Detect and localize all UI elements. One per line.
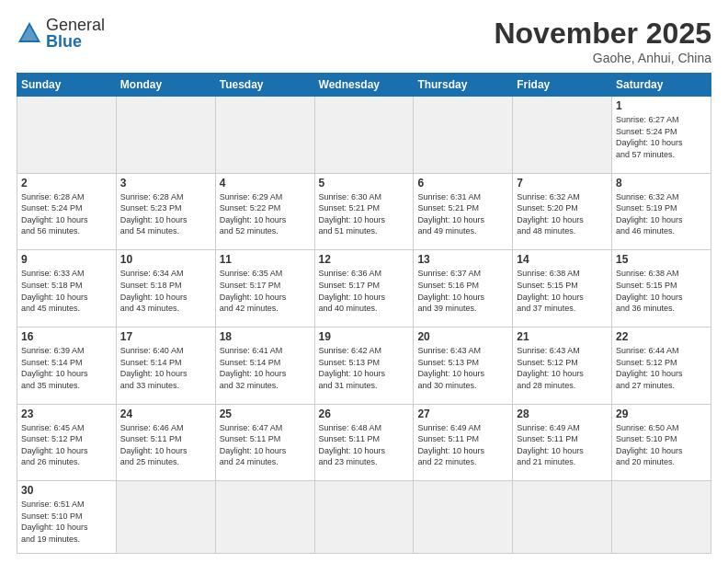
empty-cell xyxy=(116,481,215,554)
day-8: 8 Sunrise: 6:32 AMSunset: 5:19 PMDayligh… xyxy=(612,173,711,250)
day-27: 27 Sunrise: 6:49 AMSunset: 5:11 PMDaylig… xyxy=(414,404,513,481)
day-19: 19 Sunrise: 6:42 AMSunset: 5:13 PMDaylig… xyxy=(314,327,414,404)
location: Gaohe, Anhui, China xyxy=(494,51,711,65)
empty-cell xyxy=(116,97,215,174)
empty-cell xyxy=(612,481,711,554)
empty-cell xyxy=(513,97,612,174)
month-title: November 2025 xyxy=(494,17,711,51)
day-6: 6 Sunrise: 6:31 AMSunset: 5:21 PMDayligh… xyxy=(414,173,513,250)
logo: General Blue xyxy=(17,17,105,50)
empty-cell xyxy=(414,97,513,174)
day-25: 25 Sunrise: 6:47 AMSunset: 5:11 PMDaylig… xyxy=(215,404,314,481)
col-sunday: Sunday xyxy=(17,74,117,97)
logo-general: General xyxy=(46,17,105,33)
logo-blue: Blue xyxy=(46,33,105,50)
col-wednesday: Wednesday xyxy=(314,74,414,97)
day-3: 3 Sunrise: 6:28 AMSunset: 5:23 PMDayligh… xyxy=(116,173,215,250)
day-9: 9 Sunrise: 6:33 AMSunset: 5:18 PMDayligh… xyxy=(17,250,117,327)
day-20: 20 Sunrise: 6:43 AMSunset: 5:13 PMDaylig… xyxy=(414,327,513,404)
day-29: 29 Sunrise: 6:50 AMSunset: 5:10 PMDaylig… xyxy=(612,404,711,481)
day-23: 23 Sunrise: 6:45 AMSunset: 5:12 PMDaylig… xyxy=(17,404,117,481)
col-thursday: Thursday xyxy=(414,74,513,97)
day-24: 24 Sunrise: 6:46 AMSunset: 5:11 PMDaylig… xyxy=(116,404,215,481)
title-block: November 2025 Gaohe, Anhui, China xyxy=(494,17,711,65)
day-13: 13 Sunrise: 6:37 AMSunset: 5:16 PMDaylig… xyxy=(414,250,513,327)
day-5: 5 Sunrise: 6:30 AMSunset: 5:21 PMDayligh… xyxy=(314,173,414,250)
empty-cell xyxy=(215,97,314,174)
day-7: 7 Sunrise: 6:32 AMSunset: 5:20 PMDayligh… xyxy=(513,173,612,250)
day-30: 30 Sunrise: 6:51 AMSunset: 5:10 PMDaylig… xyxy=(17,481,117,554)
empty-cell xyxy=(314,481,414,554)
calendar-table: Sunday Monday Tuesday Wednesday Thursday… xyxy=(17,73,711,554)
header: General Blue November 2025 Gaohe, Anhui,… xyxy=(17,17,711,65)
day-10: 10 Sunrise: 6:34 AMSunset: 5:18 PMDaylig… xyxy=(116,250,215,327)
day-28: 28 Sunrise: 6:49 AMSunset: 5:11 PMDaylig… xyxy=(513,404,612,481)
col-tuesday: Tuesday xyxy=(215,74,314,97)
day-15: 15 Sunrise: 6:38 AMSunset: 5:15 PMDaylig… xyxy=(612,250,711,327)
day-14: 14 Sunrise: 6:38 AMSunset: 5:15 PMDaylig… xyxy=(513,250,612,327)
page: General Blue November 2025 Gaohe, Anhui,… xyxy=(0,0,728,563)
day-2: 2 Sunrise: 6:28 AMSunset: 5:24 PMDayligh… xyxy=(17,173,117,250)
day-12: 12 Sunrise: 6:36 AMSunset: 5:17 PMDaylig… xyxy=(314,250,414,327)
empty-cell xyxy=(513,481,612,554)
day-21: 21 Sunrise: 6:43 AMSunset: 5:12 PMDaylig… xyxy=(513,327,612,404)
col-monday: Monday xyxy=(116,74,215,97)
day-17: 17 Sunrise: 6:40 AMSunset: 5:14 PMDaylig… xyxy=(116,327,215,404)
col-saturday: Saturday xyxy=(612,74,711,97)
empty-cell xyxy=(314,97,414,174)
day-26: 26 Sunrise: 6:48 AMSunset: 5:11 PMDaylig… xyxy=(314,404,414,481)
col-friday: Friday xyxy=(513,74,612,97)
empty-cell xyxy=(17,97,117,174)
empty-cell xyxy=(414,481,513,554)
logo-text: General Blue xyxy=(46,17,105,50)
day-11: 11 Sunrise: 6:35 AMSunset: 5:17 PMDaylig… xyxy=(215,250,314,327)
empty-cell xyxy=(215,481,314,554)
day-22: 22 Sunrise: 6:44 AMSunset: 5:12 PMDaylig… xyxy=(612,327,711,404)
day-16: 16 Sunrise: 6:39 AMSunset: 5:14 PMDaylig… xyxy=(17,327,117,404)
day-18: 18 Sunrise: 6:41 AMSunset: 5:14 PMDaylig… xyxy=(215,327,314,404)
day-4: 4 Sunrise: 6:29 AMSunset: 5:22 PMDayligh… xyxy=(215,173,314,250)
logo-icon xyxy=(17,20,42,46)
day-1: 1 Sunrise: 6:27 AMSunset: 5:24 PMDayligh… xyxy=(612,97,711,174)
